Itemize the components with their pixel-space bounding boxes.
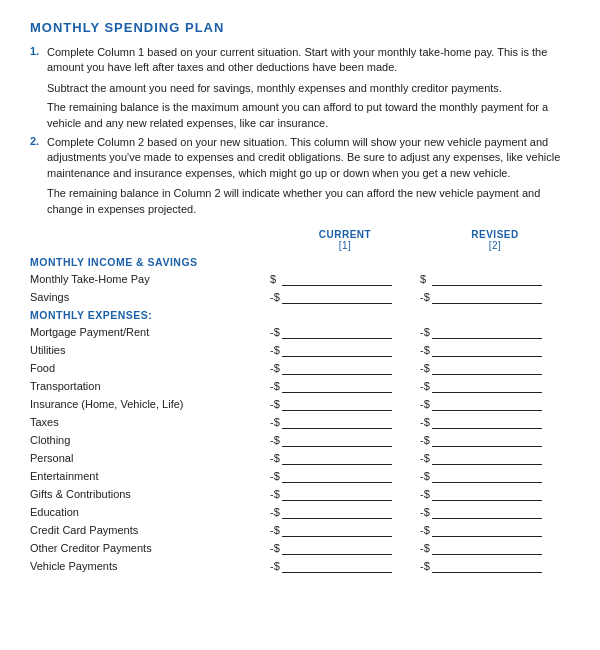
col2-input-group: -$ (420, 379, 570, 393)
col2-input-group: -$ (420, 541, 570, 555)
row-label: Gifts & Contributions (30, 488, 270, 500)
col2-input[interactable] (432, 505, 542, 519)
col1-input-group: -$ (270, 523, 420, 537)
row-label: Taxes (30, 416, 270, 428)
col2-input[interactable] (432, 523, 542, 537)
row-label: Savings (30, 291, 270, 303)
col1-input[interactable] (282, 559, 392, 573)
col1-prefix: -$ (270, 452, 280, 464)
col1-input[interactable] (282, 451, 392, 465)
table-row: Mortgage Payment/Rent-$-$ (30, 323, 570, 341)
col2-input[interactable] (432, 487, 542, 501)
col2-input-group: -$ (420, 469, 570, 483)
col2-prefix: -$ (420, 542, 430, 554)
instructions-section: 1. Complete Column 1 based on your curre… (30, 45, 570, 217)
col-revised-header: Revised [2] (420, 229, 570, 251)
col2-prefix: -$ (420, 344, 430, 356)
col2-prefix: -$ (420, 434, 430, 446)
col1-input-group: -$ (270, 415, 420, 429)
col1-input[interactable] (282, 379, 392, 393)
col1-prefix: -$ (270, 470, 280, 482)
row-label: Credit Card Payments (30, 524, 270, 536)
col1-input-group: -$ (270, 325, 420, 339)
col2-prefix: -$ (420, 506, 430, 518)
col1-prefix: -$ (270, 398, 280, 410)
col2-input[interactable] (432, 433, 542, 447)
col2-input-group: -$ (420, 451, 570, 465)
instruction-1-main: Complete Column 1 based on your current … (47, 46, 547, 73)
row-label: Personal (30, 452, 270, 464)
instruction-1-sub-2: The remaining balance is the maximum amo… (47, 100, 570, 131)
col1-prefix: -$ (270, 326, 280, 338)
col2-input[interactable] (432, 272, 542, 286)
row-label: Utilities (30, 344, 270, 356)
col1-prefix: -$ (270, 344, 280, 356)
col2-input-group: -$ (420, 415, 570, 429)
col2-input[interactable] (432, 379, 542, 393)
col2-input[interactable] (432, 325, 542, 339)
page-container: Monthly Spending Plan 1. Complete Column… (30, 20, 570, 575)
row-label: Transportation (30, 380, 270, 392)
instruction-2-main: Complete Column 2 based on your new situ… (47, 136, 560, 179)
col1-input[interactable] (282, 541, 392, 555)
table-row: Vehicle Payments-$-$ (30, 557, 570, 575)
col1-input[interactable] (282, 415, 392, 429)
col1-input-group: -$ (270, 361, 420, 375)
col2-input[interactable] (432, 469, 542, 483)
section-header: Monthly Income & Savings (30, 253, 570, 270)
col2-prefix: -$ (420, 524, 430, 536)
col-current-header: Current [1] (270, 229, 420, 251)
col2-prefix: -$ (420, 560, 430, 572)
col1-input[interactable] (282, 361, 392, 375)
col1-input-group: -$ (270, 451, 420, 465)
col1-input[interactable] (282, 433, 392, 447)
col1-prefix: -$ (270, 488, 280, 500)
col2-input[interactable] (432, 541, 542, 555)
col2-input[interactable] (432, 290, 542, 304)
col2-input[interactable] (432, 343, 542, 357)
col2-input[interactable] (432, 451, 542, 465)
table-row: Personal-$-$ (30, 449, 570, 467)
col1-input[interactable] (282, 343, 392, 357)
section-header: Monthly Expenses: (30, 306, 570, 323)
col1-input[interactable] (282, 290, 392, 304)
col1-input[interactable] (282, 397, 392, 411)
instruction-1-sub-1: Subtract the amount you need for savings… (47, 81, 570, 96)
col2-input-group: -$ (420, 505, 570, 519)
table-row: Taxes-$-$ (30, 413, 570, 431)
col2-prefix: -$ (420, 488, 430, 500)
section-header-label: Monthly Expenses: (30, 309, 570, 321)
col1-input-group: -$ (270, 379, 420, 393)
col2-prefix: -$ (420, 398, 430, 410)
col1-prefix: -$ (270, 362, 280, 374)
col1-input-group: -$ (270, 559, 420, 573)
col2-input[interactable] (432, 559, 542, 573)
col2-input[interactable] (432, 397, 542, 411)
col1-input[interactable] (282, 325, 392, 339)
table-row: Other Creditor Payments-$-$ (30, 539, 570, 557)
col1-input[interactable] (282, 505, 392, 519)
col2-prefix: -$ (420, 470, 430, 482)
col2-input-group: -$ (420, 523, 570, 537)
col1-input[interactable] (282, 487, 392, 501)
col1-input[interactable] (282, 469, 392, 483)
table-rows: Monthly Income & SavingsMonthly Take-Hom… (30, 253, 570, 575)
col2-prefix: -$ (420, 326, 430, 338)
col1-input-group: -$ (270, 505, 420, 519)
table-row: Savings-$-$ (30, 288, 570, 306)
table-row: Transportation-$-$ (30, 377, 570, 395)
col1-input[interactable] (282, 272, 392, 286)
row-label: Vehicle Payments (30, 560, 270, 572)
col1-input-group: -$ (270, 433, 420, 447)
instruction-1: 1. Complete Column 1 based on your curre… (30, 45, 570, 76)
col1-prefix: $ (270, 273, 280, 285)
col1-input[interactable] (282, 523, 392, 537)
col1-input-group: -$ (270, 397, 420, 411)
section-header-label: Monthly Income & Savings (30, 256, 570, 268)
col2-input-group: -$ (420, 325, 570, 339)
instruction-2: 2. Complete Column 2 based on your new s… (30, 135, 570, 181)
col2-input[interactable] (432, 415, 542, 429)
col2-input[interactable] (432, 361, 542, 375)
col2-prefix: -$ (420, 416, 430, 428)
row-label: Insurance (Home, Vehicle, Life) (30, 398, 270, 410)
